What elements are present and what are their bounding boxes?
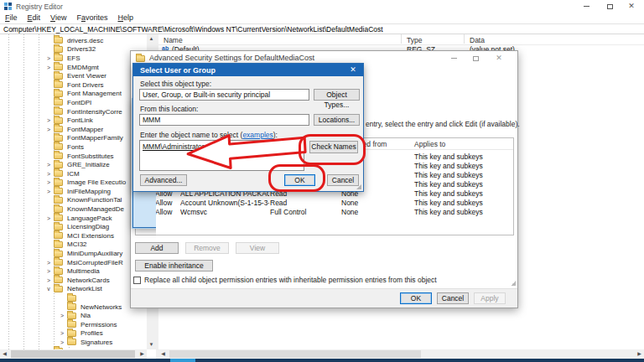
scroll-left-icon[interactable]: ◀ xyxy=(158,349,168,359)
tree-chevron-icon[interactable]: > xyxy=(44,171,54,177)
tree-row[interactable]: > LanguagePack xyxy=(0,214,147,223)
column-header-data[interactable]: Data xyxy=(470,36,485,44)
restore-button[interactable] xyxy=(599,0,621,12)
tree-chevron-icon[interactable]: > xyxy=(57,313,67,318)
tree-row[interactable]: MiniDumpAuxiliary xyxy=(0,249,147,258)
tree-row[interactable]: Event Viewer xyxy=(0,71,147,80)
replace-permissions-checkbox[interactable] xyxy=(133,277,141,284)
close-button[interactable]: ✕ xyxy=(621,0,642,12)
tree-row[interactable]: > GRE_Initialize xyxy=(0,160,147,169)
dialog-minimize-button[interactable] xyxy=(444,53,464,63)
tree-row[interactable]: > FontMapper xyxy=(0,125,147,134)
advanced-ok-button[interactable]: OK xyxy=(400,292,432,304)
tree-chevron-icon[interactable]: > xyxy=(44,277,54,283)
tree-row[interactable]: Font Drivers xyxy=(0,80,147,90)
select-advanced-button[interactable]: Advanced... xyxy=(140,174,187,186)
tree-row[interactable]: MCI Extensions xyxy=(0,231,147,240)
tree-row[interactable]: Fonts xyxy=(0,142,147,152)
tree-row[interactable]: > ICM xyxy=(0,169,147,178)
add-button[interactable]: Add xyxy=(135,242,179,254)
tree-chevron-icon[interactable]: > xyxy=(57,339,67,345)
minimize-button[interactable] xyxy=(575,0,597,12)
tree-chevron-icon[interactable]: > xyxy=(44,215,54,221)
folder-icon xyxy=(67,295,76,302)
tree-row-label: Fonts xyxy=(65,143,86,151)
tree-chevron-icon[interactable]: > xyxy=(44,179,54,185)
tree-row[interactable]: DefaultMediaC xyxy=(0,293,147,303)
tree-chevron-icon[interactable]: v xyxy=(44,286,54,292)
tree-horizontal-scrollbar[interactable]: ◀ ▶ xyxy=(0,349,147,359)
tree-row[interactable]: v NetworkList xyxy=(0,285,147,294)
scrollbar-thumb[interactable] xyxy=(169,350,421,358)
tree-row[interactable]: NewNetworks xyxy=(0,303,147,312)
address-bar[interactable]: Computer\HKEY_LOCAL_MACHINE\SOFTWARE\Mic… xyxy=(0,23,644,34)
tree-chevron-icon[interactable]: > xyxy=(44,127,54,132)
menu-item[interactable]: Help xyxy=(112,13,138,23)
tree-row[interactable]: drivers.desc xyxy=(0,36,147,45)
locations-button[interactable]: Locations... xyxy=(314,114,360,126)
tree-row[interactable]: > EFS xyxy=(0,54,147,63)
object-type-field[interactable]: User, Group, or Built-in security princi… xyxy=(139,89,309,101)
tree-chevron-icon[interactable]: > xyxy=(44,65,54,70)
dialog-close-button[interactable]: ✕ xyxy=(489,53,509,63)
tree-chevron-icon[interactable]: > xyxy=(44,260,54,266)
tree-row[interactable]: FontDPI xyxy=(0,98,147,107)
tree-row[interactable]: MCI32 xyxy=(0,240,147,250)
menu-item[interactable]: Edit xyxy=(23,13,46,23)
enable-inheritance-button[interactable]: Enable inheritance xyxy=(135,260,213,272)
tree-row[interactable]: > Image File Executio xyxy=(0,178,147,188)
scrollbar-thumb[interactable] xyxy=(11,350,135,358)
tree-chevron-icon[interactable]: > xyxy=(44,268,54,274)
tree-chevron-icon[interactable]: > xyxy=(44,117,54,123)
tree-chevron-icon[interactable]: > xyxy=(57,330,67,336)
tree-row[interactable]: > FontLink xyxy=(0,116,147,125)
tree-row[interactable]: > IniFileMapping xyxy=(0,187,147,196)
tree-row[interactable]: > MsiCorruptedFileR xyxy=(0,258,147,267)
menu-item[interactable]: View xyxy=(45,13,71,23)
advanced-cancel-button[interactable]: Cancel xyxy=(437,292,469,304)
tree-row[interactable]: > EMDMgmt xyxy=(0,63,147,72)
tree-row[interactable]: Drivers32 xyxy=(0,45,147,54)
values-horizontal-scrollbar[interactable]: ◀ ▶ xyxy=(158,349,644,359)
object-types-button[interactable]: Object Types... xyxy=(314,89,360,101)
column-separator[interactable] xyxy=(401,34,402,44)
column-header-applies-to[interactable]: Applies to xyxy=(414,140,445,148)
tree-row[interactable]: KnownFunctionTal xyxy=(0,196,147,205)
tree-row[interactable]: LicensingDiag xyxy=(0,222,147,231)
tree-row[interactable]: FontSubstitutes xyxy=(0,152,147,161)
column-header-type[interactable]: Type xyxy=(407,36,422,44)
tree-chevron-icon[interactable]: > xyxy=(44,189,54,194)
location-field[interactable]: MMM xyxy=(139,114,309,126)
folder-icon xyxy=(54,268,63,275)
dialog-close-button[interactable]: ✕ xyxy=(345,65,361,75)
scroll-down-icon[interactable]: ▼ xyxy=(147,340,156,349)
tree-row[interactable]: > Signatures xyxy=(0,338,147,347)
tree-row[interactable]: Font Management xyxy=(0,90,147,99)
tree-chevron-icon[interactable]: > xyxy=(44,162,54,168)
resize-grip[interactable] xyxy=(511,281,516,286)
permission-entry-row[interactable]: Allow Account Unknown(S-1-15-3-... Read … xyxy=(136,199,513,208)
tree-row[interactable]: > NetworkCards xyxy=(0,276,147,285)
menu-item[interactable]: Favorites xyxy=(71,13,112,23)
select-cancel-button[interactable]: Cancel xyxy=(327,174,359,186)
permission-entry-row[interactable]: Allow Wcmsvc Full Control None This key … xyxy=(136,208,513,217)
tree-row[interactable]: > Multimedia xyxy=(0,266,147,276)
scroll-right-icon[interactable]: ▶ xyxy=(138,349,147,359)
tree-row[interactable]: Permissions xyxy=(0,320,147,329)
tree-row[interactable]: FontMapperFamily xyxy=(0,134,147,143)
scroll-up-icon[interactable]: ▲ xyxy=(147,34,156,44)
column-separator[interactable] xyxy=(464,34,465,44)
dialog-maximize-button[interactable] xyxy=(465,53,486,63)
folder-icon xyxy=(54,170,63,177)
scroll-left-icon[interactable]: ◀ xyxy=(0,349,9,359)
tree-row[interactable]: KnownManagedDe xyxy=(0,204,147,214)
tree-row[interactable]: > Nla xyxy=(0,311,147,320)
tree-row[interactable]: > Profiles xyxy=(0,329,147,339)
scroll-right-icon[interactable]: ▶ xyxy=(635,349,644,359)
tree-row[interactable]: FontIntensityCorre xyxy=(0,107,147,116)
menu-item[interactable]: File xyxy=(0,13,23,23)
column-header-name[interactable]: Name xyxy=(164,36,183,44)
tree-chevron-icon[interactable]: > xyxy=(44,55,54,61)
tree-row-label: FontMapper xyxy=(65,126,105,133)
tree-row-label: Drivers32 xyxy=(65,45,97,53)
